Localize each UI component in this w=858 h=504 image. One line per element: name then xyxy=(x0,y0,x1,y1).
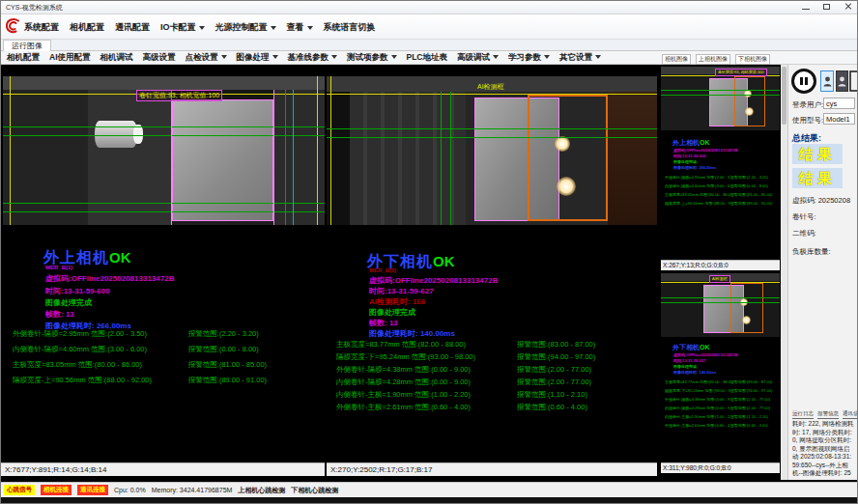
status-bar: 心跳信号 相机连接 通讯连接 Cpu: 0.0% Memory: 3424.41… xyxy=(1,482,857,497)
lower-camera-heartbeat: 下相机心跳检测 xyxy=(291,486,338,495)
thumb-title: 外下相机OK xyxy=(672,343,710,352)
chevron-down-icon xyxy=(221,55,227,59)
thumb-title: 外上相机OK xyxy=(672,138,710,148)
menu-system-config[interactable]: 系统配置 xyxy=(24,21,59,34)
tool-spot-check[interactable]: 点检设置 xyxy=(186,52,227,64)
qr-code-label: 二维码: xyxy=(792,229,816,238)
tool-camera-debug[interactable]: 相机调试 xyxy=(100,52,133,64)
thumb-tab-lower-camera[interactable]: 下相机图像 xyxy=(735,54,770,65)
result-badge-1: 结果 xyxy=(792,144,843,164)
width-overlay-label: 卷针宽值:93, 相机宽值:100 xyxy=(136,90,222,101)
measurement-row: 内侧卷针-隔膜=4.28mm 范围:(0.00 - 9.00)报警范围:(2.0… xyxy=(336,378,653,387)
left-camera-panel: 卷针宽值:93, 相机宽值:100 外上相机OK MER_B(1) 虚拟码:OF… xyxy=(3,65,325,462)
ok-status: OK xyxy=(433,253,455,269)
measurement-row: 外侧卷针-主极=2.61mm 范围:(0.60 - 4.00)报警范围:(0.6… xyxy=(336,403,653,412)
camera-link-badge: 相机连接 xyxy=(41,485,72,495)
app-logo-icon xyxy=(4,17,21,39)
lower-camera-thumbnail[interactable]: AI检测框 外下相机OK 虚拟码:OFFline2025020813313472… xyxy=(661,273,780,474)
menu-io-config[interactable]: IO卡配置 xyxy=(160,21,205,34)
menu-language-switch[interactable]: 系统语言切换 xyxy=(324,21,376,34)
ai-detect-box xyxy=(528,95,608,221)
upper-camera-heartbeat: 上相机心跳检测 xyxy=(238,486,285,495)
tool-learn-params[interactable]: 学习参数 xyxy=(508,52,550,64)
memory-usage: Memory: 3424.41796875M xyxy=(152,487,233,493)
comm-link-badge: 通讯连接 xyxy=(77,485,108,495)
upper-camera-thumbnail[interactable]: 卷针宽值:93, 相机宽值:100 外上相机OK 虚拟码:OFFline2025… xyxy=(661,67,780,271)
tab-run-image[interactable]: 运行图像 xyxy=(3,40,51,51)
log-tab-run[interactable]: 运行日志 xyxy=(792,410,814,419)
measurement-row: 主极宽度=83.05mm 范围:(80.00 - 86.00)报警范围:(81.… xyxy=(13,360,321,370)
elapsed-line: 图像处理耗时: 140.00ms xyxy=(369,328,455,339)
menu-light-config[interactable]: 光源控制配置 xyxy=(215,21,276,34)
barcode-label: 虚拟码: 20250208 xyxy=(792,196,850,206)
login-user-field[interactable]: cys xyxy=(823,98,855,109)
barcode-line: 虚拟码:OFFline2025020813313472B xyxy=(45,273,174,284)
chevron-down-icon xyxy=(199,26,205,30)
exit-button[interactable] xyxy=(849,70,858,92)
measurement-row: 隔膜宽度-上=90.56mm 范围:(88.00 - 92.00)报警范围:(8… xyxy=(13,376,321,385)
measurement-row: 外侧卷针-隔膜=4.38mm 范围:(0.00 - 9.00)报警范围:(2.0… xyxy=(336,365,653,375)
middle-panel-coordinates: X:270;Y:2502;R:17;G:17;B:17 xyxy=(327,462,657,476)
frame-line: 帧数: 13 xyxy=(45,309,74,320)
process-done-line: 图像处理完成 xyxy=(45,297,92,308)
tool-other-settings[interactable]: 其它设置 xyxy=(559,52,601,64)
menu-comm-config[interactable]: 通讯配置 xyxy=(115,21,150,34)
menu-view[interactable]: 查看 xyxy=(287,21,313,34)
left-camera-image[interactable]: 卷针宽值:93, 相机宽值:100 xyxy=(3,76,325,225)
tool-camera-config[interactable]: 相机配置 xyxy=(7,52,40,64)
thumb-tab-upper-camera[interactable]: 上相机图像 xyxy=(696,54,730,65)
chevron-down-icon xyxy=(271,26,276,30)
middle-camera-panel: AI检测框 外下相机OK MER_B(0) 虚拟码:OFFline2025020… xyxy=(327,65,657,462)
thumb-tab-camera-image[interactable]: 相机图像 xyxy=(662,54,691,65)
chevron-down-icon xyxy=(331,55,337,59)
measurement-row: 外侧卷针-隔膜=2.95mm 范围:(2.00 - 3.50)报警范围:(2.2… xyxy=(13,329,321,339)
menu-bar: 系统配置 相机配置 通讯配置 IO卡配置 光源控制配置 查看 系统语言切换 xyxy=(1,14,857,40)
tab-strip: 运行图像 xyxy=(1,40,857,51)
thumbnail-scrollbar[interactable] xyxy=(781,65,787,480)
tool-advanced-debug[interactable]: 高级调试 xyxy=(457,52,499,64)
tool-baseline-params[interactable]: 基准线参数 xyxy=(288,52,338,64)
pin-number-label: 卷针号: xyxy=(792,212,816,222)
log-tab-alarm[interactable]: 报警信息 xyxy=(817,410,839,419)
chevron-down-icon xyxy=(595,55,601,59)
minimize-button[interactable] xyxy=(799,2,813,13)
log-tab-comm[interactable]: 通讯信息 xyxy=(843,410,858,419)
negative-count-label: 负极库数量: xyxy=(792,247,831,257)
model-field[interactable]: Model1 xyxy=(823,113,855,125)
tool-advanced-settings[interactable]: 高级设置 xyxy=(143,52,176,64)
maximize-button[interactable] xyxy=(820,2,834,13)
measurement-row: 内侧卷针-主极=1.90mm 范围:(1.00 - 2.20)报警范围:(1.1… xyxy=(336,390,653,400)
chevron-down-icon xyxy=(544,55,550,59)
barcode-line: 虚拟码:OFFline2025020813313472B xyxy=(369,275,498,286)
tool-test-params[interactable]: 测试项参数 xyxy=(347,52,397,64)
ai-box-label: AI检测框 xyxy=(477,82,504,92)
tool-image-processing[interactable]: 图像处理 xyxy=(237,52,278,64)
user-icon xyxy=(823,76,832,87)
frame-line: 帧数: 13 xyxy=(369,318,398,328)
weld-spark xyxy=(557,177,576,196)
thumb-tabs: 相机图像 上相机图像 下相机图像 xyxy=(662,54,770,65)
measurement-row: 隔膜宽度-下=95.24mm 范围:(93.00 - 98.00)报警范围:(9… xyxy=(336,352,653,362)
time-line: 时间:13-31-59-627 xyxy=(369,286,434,296)
log-text[interactable]: 耗时: 222, 网络检测耗时: 17, 网络分类耗时: 0, 网络提取分区耗时… xyxy=(792,420,854,476)
thumb2-coordinates: X:311;Y:980;R:0;G:0;B:0 xyxy=(661,462,780,473)
log-tabs: 运行日志 报警信息 通讯信息 xyxy=(792,410,858,419)
tool-ai-config[interactable]: AI使用配置 xyxy=(49,52,91,64)
measurement-row: 主极宽度=83.77mm 范围:(82.00 - 88.00)报警范围:(83.… xyxy=(336,340,653,350)
tool-plc-table[interactable]: PLC地址表 xyxy=(407,52,448,64)
process-done-line: 图像处理完成 xyxy=(369,307,415,318)
chevron-down-icon xyxy=(493,55,499,59)
chevron-down-icon xyxy=(272,55,278,59)
right-sidebar: 登录用户: cys 使用型号: Model1 总结果: 结果 结果 虚拟码: 2… xyxy=(787,65,858,480)
menu-camera-config[interactable]: 相机配置 xyxy=(70,21,104,34)
weld-spark xyxy=(555,136,570,152)
pause-button[interactable] xyxy=(791,69,816,94)
app-window: CYS-视觉检测系统 系统配置 相机配置 通讯配置 IO卡配置 光源控制配置 查… xyxy=(0,0,858,504)
middle-camera-image[interactable]: AI检测框 xyxy=(327,76,657,225)
user-settings-button[interactable] xyxy=(836,70,848,92)
user-login-button[interactable] xyxy=(820,70,834,92)
window-title: CYS-视觉检测系统 xyxy=(6,3,63,13)
close-button[interactable] xyxy=(842,2,855,13)
roller-part xyxy=(95,121,137,148)
chevron-down-icon xyxy=(391,55,397,59)
